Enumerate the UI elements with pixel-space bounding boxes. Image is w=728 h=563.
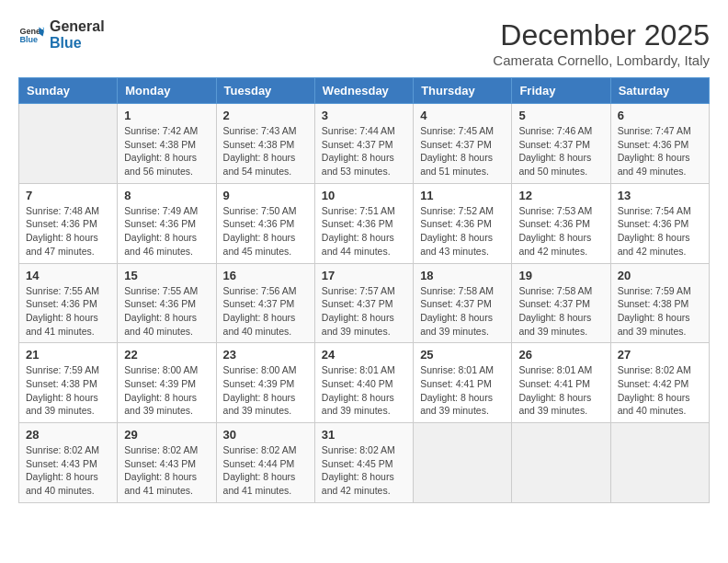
calendar-cell: 10 Sunrise: 7:51 AM Sunset: 4:36 PM Dayl… — [314, 183, 413, 263]
header: General Blue General Blue December 2025 … — [18, 18, 710, 68]
calendar-cell — [414, 423, 512, 503]
week-row-4: 21 Sunrise: 7:59 AM Sunset: 4:38 PM Dayl… — [19, 343, 710, 423]
daylight: Daylight: 8 hours and 41 minutes. — [26, 312, 98, 337]
sunrise: Sunrise: 7:49 AM — [124, 205, 198, 216]
header-row: SundayMondayTuesdayWednesdayThursdayFrid… — [19, 78, 710, 104]
day-info: Sunrise: 8:01 AM Sunset: 4:41 PM Dayligh… — [518, 363, 603, 418]
sunrise: Sunrise: 7:57 AM — [322, 285, 395, 296]
day-number: 28 — [26, 428, 110, 442]
calendar-cell: 25 Sunrise: 8:01 AM Sunset: 4:41 PM Dayl… — [414, 343, 512, 423]
day-info: Sunrise: 7:47 AM Sunset: 4:36 PM Dayligh… — [618, 124, 702, 178]
day-number: 12 — [518, 189, 603, 202]
sunrise: Sunrise: 8:02 AM — [124, 444, 198, 455]
header-day-friday: Friday — [512, 78, 610, 104]
sunrise: Sunrise: 8:02 AM — [223, 444, 297, 455]
sunrise: Sunrise: 7:56 AM — [223, 285, 297, 296]
calendar-cell: 13 Sunrise: 7:54 AM Sunset: 4:36 PM Dayl… — [610, 183, 709, 263]
day-info: Sunrise: 8:02 AM Sunset: 4:42 PM Dayligh… — [618, 363, 702, 418]
day-number: 5 — [518, 109, 603, 122]
sunrise: Sunrise: 8:00 AM — [124, 364, 198, 375]
calendar-cell — [19, 104, 118, 184]
sunset: Sunset: 4:36 PM — [518, 218, 590, 229]
svg-text:Blue: Blue — [19, 35, 38, 44]
daylight: Daylight: 8 hours and 39 minutes. — [26, 392, 98, 417]
calendar-cell: 11 Sunrise: 7:52 AM Sunset: 4:36 PM Dayl… — [414, 183, 512, 263]
sunset: Sunset: 4:43 PM — [26, 458, 97, 469]
calendar-cell: 3 Sunrise: 7:44 AM Sunset: 4:37 PM Dayli… — [314, 104, 413, 184]
calendar-subtitle: Camerata Cornello, Lombardy, Italy — [493, 52, 710, 68]
calendar-cell: 28 Sunrise: 8:02 AM Sunset: 4:43 PM Dayl… — [19, 423, 118, 503]
daylight: Daylight: 8 hours and 39 minutes. — [322, 312, 394, 337]
day-info: Sunrise: 8:02 AM Sunset: 4:45 PM Dayligh… — [322, 443, 406, 498]
sunset: Sunset: 4:41 PM — [518, 378, 590, 389]
calendar-cell: 20 Sunrise: 7:59 AM Sunset: 4:38 PM Dayl… — [610, 263, 709, 343]
day-info: Sunrise: 7:54 AM Sunset: 4:36 PM Dayligh… — [618, 204, 702, 259]
sunrise: Sunrise: 8:02 AM — [618, 364, 691, 375]
sunset: Sunset: 4:38 PM — [223, 139, 295, 150]
daylight: Daylight: 8 hours and 42 minutes. — [618, 232, 690, 257]
week-row-3: 14 Sunrise: 7:55 AM Sunset: 4:36 PM Dayl… — [19, 263, 710, 343]
calendar-cell: 31 Sunrise: 8:02 AM Sunset: 4:45 PM Dayl… — [314, 423, 413, 503]
sunset: Sunset: 4:45 PM — [322, 458, 393, 469]
sunrise: Sunrise: 8:02 AM — [322, 444, 395, 455]
day-number: 22 — [124, 348, 209, 362]
calendar-cell: 12 Sunrise: 7:53 AM Sunset: 4:36 PM Dayl… — [512, 183, 610, 263]
logo-text-line2: Blue — [50, 35, 105, 52]
day-info: Sunrise: 7:46 AM Sunset: 4:37 PM Dayligh… — [518, 124, 603, 178]
daylight: Daylight: 8 hours and 42 minutes. — [322, 471, 394, 496]
day-number: 7 — [26, 189, 110, 202]
day-number: 2 — [223, 109, 308, 122]
daylight: Daylight: 8 hours and 50 minutes. — [518, 152, 591, 177]
sunrise: Sunrise: 7:52 AM — [420, 205, 494, 216]
sunset: Sunset: 4:37 PM — [322, 139, 393, 150]
daylight: Daylight: 8 hours and 47 minutes. — [26, 232, 98, 257]
sunset: Sunset: 4:43 PM — [124, 458, 196, 469]
day-number: 14 — [26, 269, 110, 282]
daylight: Daylight: 8 hours and 39 minutes. — [518, 312, 591, 337]
daylight: Daylight: 8 hours and 40 minutes. — [618, 392, 690, 417]
sunset: Sunset: 4:40 PM — [322, 378, 393, 389]
calendar-cell: 26 Sunrise: 8:01 AM Sunset: 4:41 PM Dayl… — [512, 343, 610, 423]
calendar-body: 1 Sunrise: 7:42 AM Sunset: 4:38 PM Dayli… — [19, 104, 710, 503]
sunset: Sunset: 4:37 PM — [518, 298, 590, 309]
sunrise: Sunrise: 8:01 AM — [322, 364, 395, 375]
day-info: Sunrise: 8:01 AM Sunset: 4:40 PM Dayligh… — [322, 363, 406, 418]
day-number: 27 — [618, 348, 702, 362]
day-number: 4 — [420, 109, 505, 122]
header-day-thursday: Thursday — [414, 78, 512, 104]
sunrise: Sunrise: 7:45 AM — [420, 125, 494, 136]
day-info: Sunrise: 7:55 AM Sunset: 4:36 PM Dayligh… — [26, 284, 110, 339]
daylight: Daylight: 8 hours and 54 minutes. — [223, 152, 296, 177]
sunrise: Sunrise: 7:55 AM — [26, 285, 99, 296]
sunset: Sunset: 4:37 PM — [420, 298, 492, 309]
week-row-1: 1 Sunrise: 7:42 AM Sunset: 4:38 PM Dayli… — [19, 104, 710, 184]
calendar-cell: 7 Sunrise: 7:48 AM Sunset: 4:36 PM Dayli… — [19, 183, 118, 263]
daylight: Daylight: 8 hours and 39 minutes. — [618, 312, 690, 337]
day-number: 23 — [223, 348, 308, 362]
sunset: Sunset: 4:36 PM — [124, 298, 196, 309]
header-day-wednesday: Wednesday — [314, 78, 413, 104]
daylight: Daylight: 8 hours and 56 minutes. — [124, 152, 197, 177]
day-number: 25 — [420, 348, 505, 362]
daylight: Daylight: 8 hours and 41 minutes. — [223, 471, 296, 496]
header-day-monday: Monday — [118, 78, 216, 104]
sunrise: Sunrise: 7:50 AM — [223, 205, 297, 216]
sunset: Sunset: 4:39 PM — [124, 378, 196, 389]
daylight: Daylight: 8 hours and 41 minutes. — [124, 471, 197, 496]
week-row-2: 7 Sunrise: 7:48 AM Sunset: 4:36 PM Dayli… — [19, 183, 710, 263]
day-info: Sunrise: 8:00 AM Sunset: 4:39 PM Dayligh… — [223, 363, 308, 418]
sunrise: Sunrise: 7:48 AM — [26, 205, 99, 216]
calendar-cell: 19 Sunrise: 7:58 AM Sunset: 4:37 PM Dayl… — [512, 263, 610, 343]
sunrise: Sunrise: 7:47 AM — [618, 125, 691, 136]
calendar-cell: 9 Sunrise: 7:50 AM Sunset: 4:36 PM Dayli… — [216, 183, 314, 263]
calendar-cell: 17 Sunrise: 7:57 AM Sunset: 4:37 PM Dayl… — [314, 263, 413, 343]
calendar-cell: 1 Sunrise: 7:42 AM Sunset: 4:38 PM Dayli… — [118, 104, 216, 184]
daylight: Daylight: 8 hours and 39 minutes. — [420, 312, 493, 337]
sunset: Sunset: 4:37 PM — [223, 298, 295, 309]
day-info: Sunrise: 7:50 AM Sunset: 4:36 PM Dayligh… — [223, 204, 308, 259]
sunset: Sunset: 4:36 PM — [618, 139, 689, 150]
daylight: Daylight: 8 hours and 39 minutes. — [518, 392, 591, 417]
sunset: Sunset: 4:41 PM — [420, 378, 492, 389]
sunrise: Sunrise: 8:00 AM — [223, 364, 297, 375]
sunrise: Sunrise: 7:59 AM — [26, 364, 99, 375]
